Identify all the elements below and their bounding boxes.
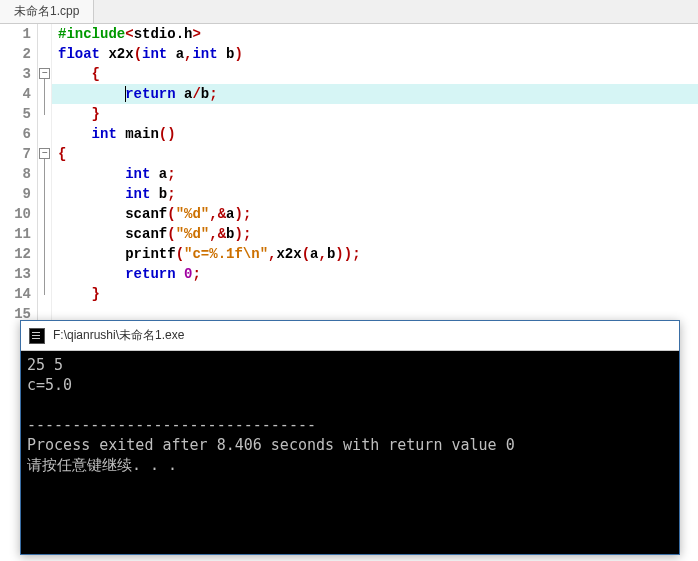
code-line[interactable]: printf("c=%.1f\n",x2x(a,b)); (52, 244, 698, 264)
fold-toggle[interactable]: − (39, 148, 50, 159)
line-number: 4 (0, 84, 31, 104)
code-line[interactable]: int a; (52, 164, 698, 184)
code-line[interactable]: return 0; (52, 264, 698, 284)
line-number: 1 (0, 24, 31, 44)
code-line[interactable]: float x2x(int a,int b) (52, 44, 698, 64)
code-line[interactable]: scanf("%d",&a); (52, 204, 698, 224)
file-tab[interactable]: 未命名1.cpp (0, 0, 94, 23)
line-number: 12 (0, 244, 31, 264)
fold-column: −− (38, 24, 52, 322)
code-line[interactable]: { (52, 64, 698, 84)
line-number: 11 (0, 224, 31, 244)
code-area[interactable]: #include<stdio.h>float x2x(int a,int b) … (52, 24, 698, 322)
line-number: 14 (0, 284, 31, 304)
line-number-gutter: 123456789101112131415 (0, 24, 38, 322)
line-number: 3 (0, 64, 31, 84)
line-number: 10 (0, 204, 31, 224)
line-number: 13 (0, 264, 31, 284)
code-line[interactable]: { (52, 144, 698, 164)
line-number: 6 (0, 124, 31, 144)
line-number: 8 (0, 164, 31, 184)
fold-guide (44, 159, 45, 295)
code-line[interactable]: return a/b; (52, 84, 698, 104)
console-output: 25 5 c=5.0 -----------------------------… (21, 351, 679, 479)
line-number: 5 (0, 104, 31, 124)
code-line[interactable]: int b; (52, 184, 698, 204)
code-line[interactable]: #include<stdio.h> (52, 24, 698, 44)
line-number: 7 (0, 144, 31, 164)
code-line[interactable]: } (52, 284, 698, 304)
code-line[interactable]: } (52, 104, 698, 124)
console-icon (29, 328, 45, 344)
code-editor[interactable]: 123456789101112131415 −− #include<stdio.… (0, 24, 698, 322)
fold-toggle[interactable]: − (39, 68, 50, 79)
code-line[interactable]: int main() (52, 124, 698, 144)
console-window: F:\qianrushi\未命名1.exe 25 5 c=5.0 -------… (20, 320, 680, 555)
console-title-text: F:\qianrushi\未命名1.exe (53, 327, 184, 344)
line-number: 2 (0, 44, 31, 64)
tab-bar: 未命名1.cpp (0, 0, 698, 24)
code-line[interactable]: scanf("%d",&b); (52, 224, 698, 244)
fold-guide (44, 79, 45, 115)
line-number: 9 (0, 184, 31, 204)
console-titlebar[interactable]: F:\qianrushi\未命名1.exe (21, 321, 679, 351)
